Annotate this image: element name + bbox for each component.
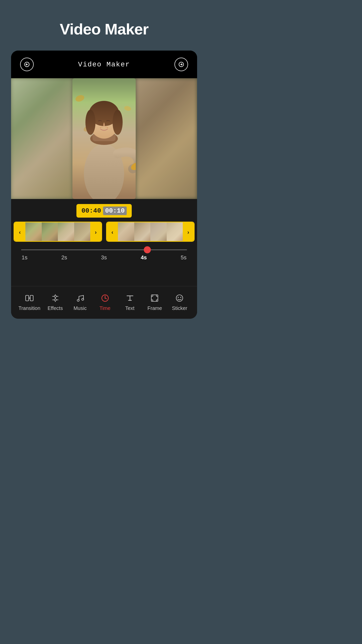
film-strip-1: ‹ › bbox=[14, 222, 102, 242]
scrubber-label-2s: 2s bbox=[61, 254, 67, 261]
film-strip-container: ‹ › ‹ › bbox=[11, 222, 197, 242]
svg-rect-22 bbox=[30, 295, 33, 301]
film-strip-2-frames bbox=[118, 222, 183, 241]
toolbar-item-text[interactable]: Text bbox=[120, 294, 140, 311]
text-icon bbox=[126, 294, 134, 302]
scrubber-labels: 1s 2s 3s 4s 5s bbox=[21, 254, 187, 261]
toolbar-item-transition[interactable]: Transition bbox=[18, 294, 40, 311]
music-icon bbox=[76, 294, 84, 302]
svg-point-16 bbox=[100, 127, 101, 128]
film-strip-1-frames bbox=[25, 222, 90, 241]
svg-rect-35 bbox=[151, 295, 158, 301]
scrubber-label-1s: 1s bbox=[22, 254, 27, 261]
time-display: 00:40 00:10 bbox=[11, 204, 197, 218]
top-bar: Video Maker bbox=[11, 51, 197, 78]
video-preview bbox=[11, 78, 197, 199]
app-container: Video Maker bbox=[11, 51, 197, 319]
svg-point-45 bbox=[178, 297, 179, 298]
person-illustration bbox=[72, 78, 136, 199]
toolbar-label-text: Text bbox=[125, 305, 134, 311]
toolbar-item-time[interactable]: Time bbox=[95, 294, 115, 311]
svg-point-27 bbox=[54, 295, 56, 297]
film-frame bbox=[118, 222, 134, 241]
film-frame bbox=[150, 222, 167, 241]
svg-point-14 bbox=[85, 110, 96, 135]
bottom-toolbar: Transition Effects Music bbox=[11, 286, 197, 319]
svg-point-18 bbox=[107, 127, 108, 128]
svg-rect-21 bbox=[26, 295, 29, 301]
scrubber-thumb[interactable] bbox=[144, 246, 151, 253]
film-frame bbox=[167, 222, 183, 241]
page-title: Video Maker bbox=[60, 20, 148, 38]
toolbar-label-transition: Transition bbox=[18, 305, 40, 311]
scrubber-label-4s: 4s bbox=[141, 254, 147, 261]
svg-point-28 bbox=[54, 299, 56, 301]
frame-icon bbox=[150, 294, 159, 302]
svg-point-19 bbox=[106, 127, 107, 128]
film-frame bbox=[134, 222, 151, 241]
forward-button[interactable] bbox=[174, 58, 188, 71]
film-frame bbox=[74, 222, 90, 241]
svg-point-17 bbox=[102, 127, 103, 128]
scrubber-container: 1s 2s 3s 4s 5s bbox=[11, 242, 197, 263]
toolbar-label-frame: Frame bbox=[148, 305, 162, 311]
toolbar-label-effects: Effects bbox=[48, 305, 63, 311]
scrubber-fill bbox=[21, 249, 147, 250]
film-strip-2: ‹ › bbox=[106, 222, 195, 242]
toolbar-item-music[interactable]: Music bbox=[70, 294, 90, 311]
film-strip-2-right-arrow[interactable]: › bbox=[183, 222, 194, 242]
svg-point-34 bbox=[105, 298, 106, 299]
effects-icon bbox=[51, 294, 60, 302]
toolbar-item-sticker[interactable]: Sticker bbox=[169, 294, 190, 311]
scrubber-label-3s: 3s bbox=[101, 254, 107, 261]
svg-point-44 bbox=[176, 295, 183, 301]
film-strip-1-right-arrow[interactable]: › bbox=[90, 222, 101, 242]
film-strip-2-left-arrow[interactable]: ‹ bbox=[107, 222, 118, 242]
timeline-section: 00:40 00:10 ‹ › ‹ bbox=[11, 199, 197, 271]
transition-icon bbox=[25, 294, 34, 302]
top-bar-title: Video Maker bbox=[78, 61, 130, 68]
film-strip-1-left-arrow[interactable]: ‹ bbox=[14, 222, 25, 242]
video-preview-bg-right bbox=[136, 78, 197, 199]
toolbar-item-frame[interactable]: Frame bbox=[145, 294, 165, 311]
back-button[interactable] bbox=[20, 58, 34, 71]
video-preview-center bbox=[72, 78, 136, 199]
scrubber-track[interactable] bbox=[21, 249, 187, 250]
toolbar-label-sticker: Sticker bbox=[172, 305, 187, 311]
time-badge: 00:40 00:10 bbox=[76, 204, 132, 218]
film-frame bbox=[42, 222, 58, 241]
toolbar-label-time: Time bbox=[100, 305, 111, 311]
sticker-icon bbox=[175, 294, 184, 302]
toolbar-item-effects[interactable]: Effects bbox=[45, 294, 65, 311]
film-frame bbox=[58, 222, 74, 241]
svg-point-46 bbox=[180, 297, 181, 298]
film-frame bbox=[25, 222, 42, 241]
secondary-time: 00:10 bbox=[103, 207, 127, 215]
video-preview-bg-left bbox=[11, 78, 72, 199]
scrubber-label-5s: 5s bbox=[181, 254, 187, 261]
main-time: 00:40 bbox=[81, 207, 101, 215]
time-icon bbox=[101, 294, 109, 302]
toolbar-label-music: Music bbox=[73, 305, 86, 311]
svg-point-15 bbox=[113, 110, 123, 135]
